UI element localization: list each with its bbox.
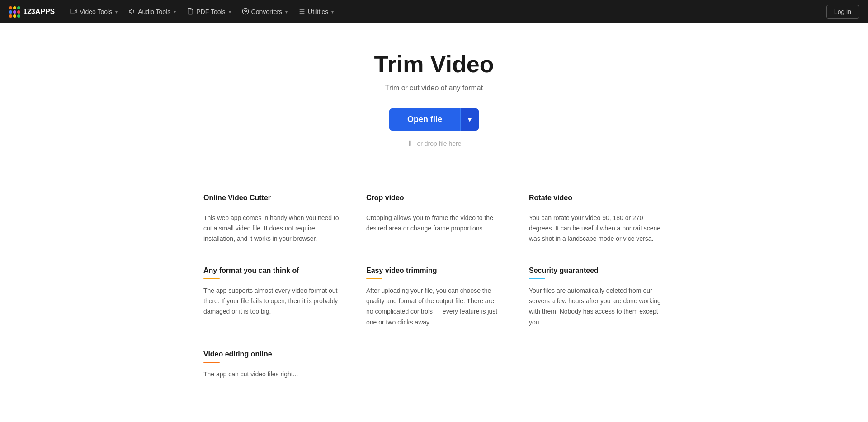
logo-dot [17, 10, 20, 14]
feature-divider [203, 362, 220, 363]
logo-dot [9, 6, 12, 9]
feature-title: Security guaranteed [529, 267, 665, 275]
feature-title: Video editing online [203, 350, 339, 358]
login-button[interactable]: Log in [826, 5, 859, 19]
nav-item-utilities[interactable]: Utilities ▾ [294, 5, 338, 19]
feature-card-video-editing-online: Video editing online The app can cut vid… [203, 350, 339, 380]
feature-card-online-video-cutter: Online Video Cutter This web app comes i… [203, 194, 339, 244]
chevron-down-icon: ▾ [285, 9, 288, 14]
nav-item-label: Video Tools [80, 8, 112, 15]
audio-nav-icon [128, 8, 136, 16]
nav-item-video-tools[interactable]: Video Tools ▾ [66, 5, 122, 19]
download-icon: ⬇ [406, 139, 413, 149]
logo-text: 123APPS [23, 8, 55, 16]
nav-item-label: PDF Tools [196, 8, 225, 15]
chevron-down-icon: ▾ [331, 9, 334, 14]
nav-item-label: Utilities [308, 8, 328, 15]
feature-card-security: Security guaranteed Your files are autom… [529, 267, 665, 327]
logo-dot [17, 6, 20, 9]
feature-text: You can rotate your video 90, 180 or 270… [529, 213, 665, 244]
feature-text: The app can cut video files right... [203, 369, 339, 380]
logo-dot [17, 14, 20, 18]
hero-section: Trim Video Trim or cut video of any form… [0, 23, 868, 167]
nav-item-pdf-tools[interactable]: PDF Tools ▾ [182, 5, 235, 19]
nav-item-converters[interactable]: Converters ▾ [237, 5, 292, 19]
open-file-dropdown-button[interactable]: ▾ [460, 108, 479, 131]
utilities-nav-icon [298, 8, 306, 16]
feature-card-easy-trimming: Easy video trimming After uploading your… [366, 267, 502, 327]
nav-item-label: Converters [251, 8, 282, 15]
pdf-nav-icon [187, 8, 194, 16]
feature-title: Rotate video [529, 194, 665, 202]
open-file-group: Open file ▾ [389, 108, 479, 131]
feature-title: Easy video trimming [366, 267, 502, 275]
feature-divider [529, 206, 545, 206]
logo[interactable]: 123APPS [9, 6, 55, 18]
chevron-down-icon: ▾ [174, 9, 176, 14]
svg-rect-0 [71, 9, 75, 14]
feature-card-crop-video: Crop video Cropping allows you to frame … [366, 194, 502, 244]
feature-text: Cropping allows you to frame the video t… [366, 213, 502, 234]
logo-dot [9, 10, 12, 14]
feature-text: This web app comes in handy when you nee… [203, 213, 339, 244]
drop-hint-text: or drop file here [417, 140, 461, 147]
chevron-down-icon: ▾ [115, 9, 118, 14]
logo-dot [13, 14, 16, 18]
feature-divider [203, 278, 220, 279]
feature-title: Any format you can think of [203, 267, 339, 275]
feature-divider [203, 206, 220, 206]
main-nav: 123APPS Video Tools ▾ Audio Tools ▾ PDF … [0, 0, 868, 23]
converters-nav-icon [242, 8, 249, 16]
page-title: Trim Video [374, 51, 494, 78]
feature-divider [366, 278, 382, 279]
logo-dots [9, 6, 20, 18]
feature-divider [366, 206, 382, 206]
hero-subtitle: Trim or cut video of any format [385, 84, 483, 92]
feature-card-any-format: Any format you can think of The app supp… [203, 267, 339, 327]
feature-text: Your files are automatically deleted fro… [529, 286, 665, 327]
features-section: Online Video Cutter This web app comes i… [185, 194, 683, 380]
feature-text: The app supports almost every video form… [203, 286, 339, 317]
feature-card-rotate-video: Rotate video You can rotate your video 9… [529, 194, 665, 244]
chevron-down-icon: ▾ [229, 9, 231, 14]
logo-dot [9, 14, 12, 18]
feature-text: After uploading your file, you can choos… [366, 286, 502, 327]
main-content: Trim Video Trim or cut video of any form… [0, 0, 868, 380]
video-nav-icon [70, 8, 77, 16]
feature-divider [529, 278, 545, 279]
logo-dot [13, 6, 16, 9]
drop-hint: ⬇ or drop file here [406, 139, 461, 149]
nav-item-audio-tools[interactable]: Audio Tools ▾ [124, 5, 180, 19]
feature-title: Online Video Cutter [203, 194, 339, 202]
nav-items: Video Tools ▾ Audio Tools ▾ PDF Tools ▾ … [66, 5, 826, 19]
open-file-button[interactable]: Open file [389, 108, 460, 131]
dropdown-arrow-icon: ▾ [468, 116, 472, 123]
logo-dot [13, 10, 16, 14]
feature-title: Crop video [366, 194, 502, 202]
nav-item-label: Audio Tools [138, 8, 170, 15]
